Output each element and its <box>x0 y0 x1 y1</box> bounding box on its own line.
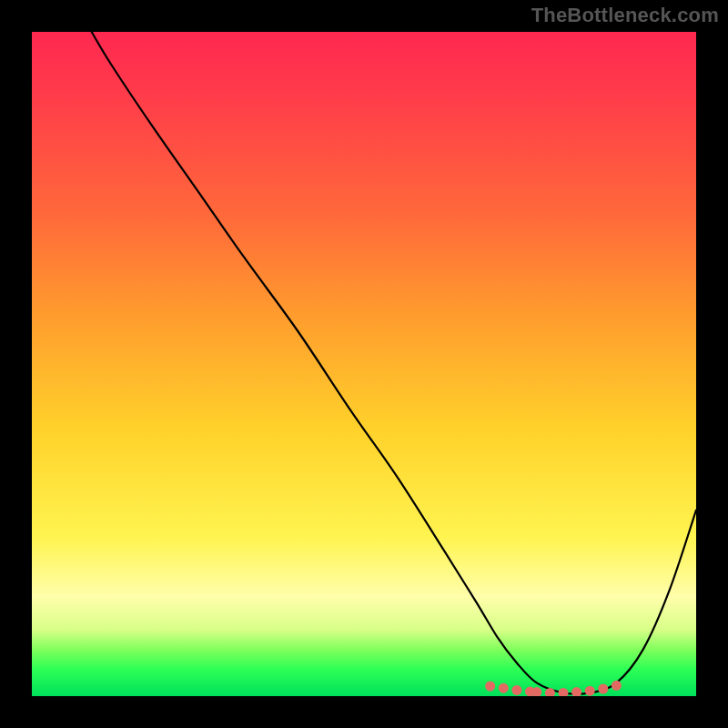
chart-frame: TheBottleneck.com <box>0 0 728 728</box>
plot-area <box>32 32 696 696</box>
scatter-point <box>612 681 622 691</box>
scatter-point <box>511 685 521 695</box>
scatter-point <box>485 682 495 692</box>
chart-svg <box>32 32 696 696</box>
scatter-point <box>585 686 595 696</box>
scatter-band <box>485 681 622 696</box>
scatter-point <box>559 688 569 696</box>
bottleneck-curve <box>92 32 696 694</box>
scatter-point <box>499 683 509 693</box>
scatter-point <box>598 684 608 694</box>
watermark-text: TheBottleneck.com <box>531 4 719 27</box>
scatter-point <box>545 688 555 696</box>
scatter-point <box>571 687 581 696</box>
